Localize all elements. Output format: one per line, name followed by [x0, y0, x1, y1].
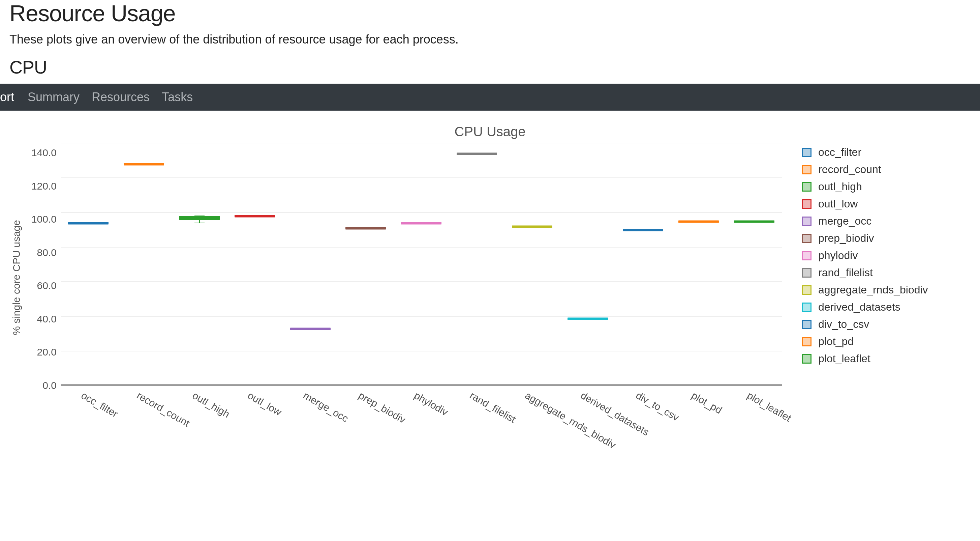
- box-mark[interactable]: [179, 216, 220, 220]
- x-tick-label: div_to_csv: [634, 389, 681, 423]
- legend-label: aggregate_rnds_biodiv: [818, 284, 928, 296]
- legend-item-aggregate_rnds_biodiv[interactable]: aggregate_rnds_biodiv: [802, 284, 928, 296]
- legend-label: record_count: [818, 163, 881, 176]
- box-mark[interactable]: [568, 318, 608, 320]
- box-mark[interactable]: [345, 227, 386, 230]
- section-title-cpu: CPU: [10, 57, 970, 78]
- legend-label: rand_filelist: [818, 267, 873, 279]
- nav-item-resources[interactable]: Resources: [92, 90, 150, 104]
- legend-label: prep_biodiv: [818, 232, 874, 244]
- navbar-brand-fragment[interactable]: ort: [0, 90, 14, 104]
- legend-swatch: [802, 199, 811, 209]
- legend-swatch: [802, 148, 811, 157]
- gridline: [60, 316, 782, 317]
- legend-label: merge_occ: [818, 215, 872, 227]
- x-tick-label: merge_occ: [301, 389, 350, 425]
- y-tick: 80.0: [24, 247, 57, 258]
- legend-item-plot_leaflet[interactable]: plot_leaflet: [802, 353, 928, 365]
- box-mark[interactable]: [457, 153, 497, 155]
- x-tick-label: plot_leaflet: [745, 389, 793, 424]
- legend-item-derived_datasets[interactable]: derived_datasets: [802, 301, 928, 313]
- box-mark[interactable]: [623, 229, 663, 231]
- legend-label: div_to_csv: [818, 318, 869, 330]
- legend-swatch: [802, 217, 811, 226]
- y-tick: 20.0: [24, 347, 57, 357]
- legend-label: derived_datasets: [818, 301, 900, 313]
- y-tick: 0.0: [24, 380, 57, 391]
- legend-item-occ_filter[interactable]: occ_filter: [802, 146, 928, 158]
- legend-item-prep_biodiv[interactable]: prep_biodiv: [802, 232, 928, 244]
- navbar: ort Summary Resources Tasks: [0, 84, 980, 111]
- box-mark[interactable]: [678, 220, 719, 223]
- y-axis-ticks: 140.0120.0100.080.060.040.020.00.0: [24, 143, 60, 386]
- legend-label: phylodiv: [818, 249, 858, 262]
- box-mark[interactable]: [290, 328, 331, 330]
- legend-item-rand_filelist[interactable]: rand_filelist: [802, 267, 928, 279]
- gridline: [60, 212, 782, 213]
- gridline: [60, 247, 782, 247]
- plot-area[interactable]: [60, 143, 782, 386]
- legend-swatch: [802, 337, 811, 346]
- x-axis-labels: occ_filterrecord_countoutl_highoutl_lowm…: [60, 386, 782, 453]
- legend-swatch: [802, 234, 811, 243]
- legend-swatch: [802, 251, 811, 260]
- gridline: [60, 281, 782, 282]
- legend-item-merge_occ[interactable]: merge_occ: [802, 215, 928, 227]
- x-tick-label: rand_filelist: [468, 389, 518, 425]
- gridline: [60, 143, 782, 144]
- legend-item-div_to_csv[interactable]: div_to_csv: [802, 318, 928, 330]
- page-title: Resource Usage: [10, 0, 970, 26]
- legend-swatch: [802, 285, 811, 295]
- x-tick-label: phylodiv: [412, 389, 450, 418]
- legend-swatch: [802, 354, 811, 364]
- y-axis-label: % single core CPU usage: [10, 220, 24, 335]
- legend-swatch: [802, 268, 811, 278]
- y-tick: 140.0: [24, 148, 57, 158]
- y-tick: 40.0: [24, 314, 57, 324]
- x-tick-label: aggregate_rnds_biodiv: [523, 389, 618, 451]
- legend-label: occ_filter: [818, 146, 861, 158]
- box-mark[interactable]: [734, 220, 775, 223]
- legend-label: plot_leaflet: [818, 353, 870, 365]
- legend-label: outl_low: [818, 198, 858, 210]
- legend-label: plot_pd: [818, 335, 854, 348]
- box-mark[interactable]: [124, 163, 164, 165]
- x-tick-label: outl_high: [190, 389, 232, 420]
- x-tick-label: occ_filter: [79, 389, 120, 420]
- x-tick-label: record_count: [135, 389, 192, 429]
- legend-swatch: [802, 303, 811, 312]
- y-tick: 120.0: [24, 181, 57, 191]
- legend-item-phylodiv[interactable]: phylodiv: [802, 249, 928, 262]
- y-tick: 100.0: [24, 214, 57, 224]
- legend-item-plot_pd[interactable]: plot_pd: [802, 335, 928, 348]
- cpu-usage-chart: CPU Usage % single core CPU usage 140.01…: [0, 111, 980, 460]
- nav-item-tasks[interactable]: Tasks: [162, 90, 193, 104]
- gridline: [60, 351, 782, 351]
- box-mark[interactable]: [235, 215, 275, 217]
- x-tick-label: outl_low: [246, 389, 283, 418]
- legend-item-outl_high[interactable]: outl_high: [802, 180, 928, 193]
- legend-swatch: [802, 165, 811, 174]
- legend-label: outl_high: [818, 180, 862, 193]
- y-tick: 60.0: [24, 281, 57, 291]
- legend-swatch: [802, 320, 811, 329]
- box-mark[interactable]: [68, 222, 108, 224]
- x-tick-label: prep_biodiv: [356, 389, 407, 426]
- box-mark[interactable]: [401, 222, 441, 224]
- gridline: [60, 177, 782, 178]
- legend-item-outl_low[interactable]: outl_low: [802, 198, 928, 210]
- legend-item-record_count[interactable]: record_count: [802, 163, 928, 176]
- legend: occ_filterrecord_countoutl_highoutl_lowm…: [782, 143, 928, 370]
- x-tick-label: plot_pd: [689, 389, 724, 416]
- legend-swatch: [802, 182, 811, 192]
- chart-title: CPU Usage: [10, 124, 970, 139]
- page-subtitle: These plots give an overview of the dist…: [10, 32, 970, 46]
- box-mark[interactable]: [512, 226, 552, 228]
- nav-item-summary[interactable]: Summary: [28, 90, 80, 104]
